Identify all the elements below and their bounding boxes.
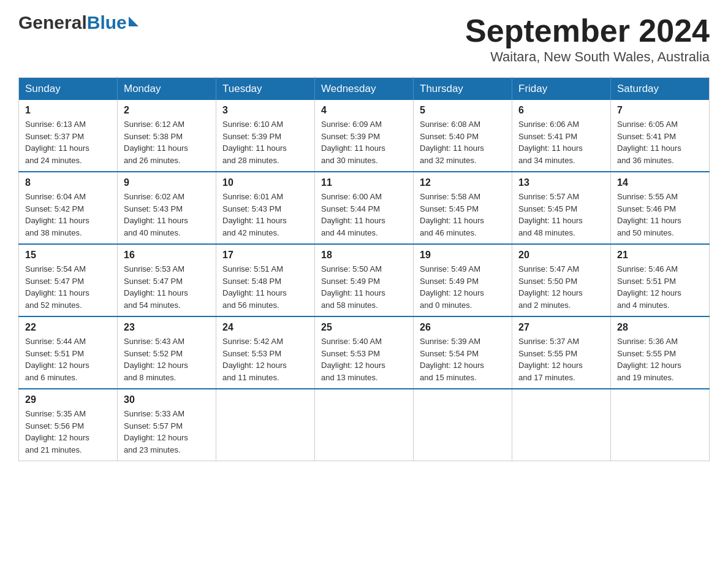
col-monday: Monday — [118, 78, 216, 101]
calendar-cell: 17Sunrise: 5:51 AMSunset: 5:48 PMDayligh… — [216, 244, 315, 316]
calendar-cell: 8Sunrise: 6:04 AMSunset: 5:42 PMDaylight… — [19, 172, 118, 244]
calendar-cell: 24Sunrise: 5:42 AMSunset: 5:53 PMDayligh… — [216, 316, 315, 389]
day-number: 4 — [321, 105, 407, 116]
day-number: 17 — [222, 250, 308, 261]
day-number: 6 — [518, 105, 604, 116]
day-number: 9 — [124, 177, 210, 188]
day-info: Sunrise: 5:57 AMSunset: 5:45 PMDaylight:… — [518, 191, 604, 239]
logo-general-text: General — [18, 12, 87, 33]
day-info: Sunrise: 5:58 AMSunset: 5:45 PMDaylight:… — [420, 191, 506, 239]
calendar-cell: 2Sunrise: 6:12 AMSunset: 5:38 PMDaylight… — [118, 100, 216, 172]
calendar-cell: 7Sunrise: 6:05 AMSunset: 5:41 PMDaylight… — [611, 100, 710, 172]
day-info: Sunrise: 5:49 AMSunset: 5:49 PMDaylight:… — [420, 263, 506, 311]
logo-blue-text: Blue — [87, 12, 127, 33]
col-friday: Friday — [512, 78, 611, 101]
calendar-week-row: 1Sunrise: 6:13 AMSunset: 5:37 PMDaylight… — [19, 100, 710, 172]
calendar-cell: 13Sunrise: 5:57 AMSunset: 5:45 PMDayligh… — [512, 172, 611, 244]
calendar-cell: 12Sunrise: 5:58 AMSunset: 5:45 PMDayligh… — [414, 172, 512, 244]
day-number: 25 — [321, 322, 407, 333]
day-number: 30 — [124, 394, 210, 405]
calendar-cell: 20Sunrise: 5:47 AMSunset: 5:50 PMDayligh… — [512, 244, 611, 316]
day-info: Sunrise: 5:53 AMSunset: 5:47 PMDaylight:… — [124, 263, 210, 311]
calendar-cell: 11Sunrise: 6:00 AMSunset: 5:44 PMDayligh… — [315, 172, 414, 244]
day-info: Sunrise: 5:44 AMSunset: 5:51 PMDaylight:… — [25, 335, 111, 383]
day-info: Sunrise: 5:42 AMSunset: 5:53 PMDaylight:… — [222, 335, 308, 383]
day-info: Sunrise: 5:37 AMSunset: 5:55 PMDaylight:… — [518, 335, 604, 383]
month-title: September 2024 — [465, 12, 710, 49]
day-number: 10 — [222, 177, 308, 188]
day-number: 13 — [518, 177, 604, 188]
calendar-table: Sunday Monday Tuesday Wednesday Thursday… — [18, 77, 710, 461]
page-header: General Blue September 2024 Waitara, New… — [18, 12, 710, 65]
day-info: Sunrise: 5:55 AMSunset: 5:46 PMDaylight:… — [617, 191, 703, 239]
calendar-cell: 21Sunrise: 5:46 AMSunset: 5:51 PMDayligh… — [611, 244, 710, 316]
calendar-week-row: 8Sunrise: 6:04 AMSunset: 5:42 PMDaylight… — [19, 172, 710, 244]
day-info: Sunrise: 6:13 AMSunset: 5:37 PMDaylight:… — [25, 118, 111, 166]
calendar-cell: 19Sunrise: 5:49 AMSunset: 5:49 PMDayligh… — [414, 244, 512, 316]
location-text: Waitara, New South Wales, Australia — [465, 49, 710, 65]
day-info: Sunrise: 6:12 AMSunset: 5:38 PMDaylight:… — [124, 118, 210, 166]
calendar-week-row: 22Sunrise: 5:44 AMSunset: 5:51 PMDayligh… — [19, 316, 710, 389]
day-number: 24 — [222, 322, 308, 333]
calendar-cell: 5Sunrise: 6:08 AMSunset: 5:40 PMDaylight… — [414, 100, 512, 172]
calendar-cell: 27Sunrise: 5:37 AMSunset: 5:55 PMDayligh… — [512, 316, 611, 389]
day-info: Sunrise: 5:47 AMSunset: 5:50 PMDaylight:… — [518, 263, 604, 311]
calendar-cell: 25Sunrise: 5:40 AMSunset: 5:53 PMDayligh… — [315, 316, 414, 389]
day-info: Sunrise: 6:04 AMSunset: 5:42 PMDaylight:… — [25, 191, 111, 239]
calendar-week-row: 15Sunrise: 5:54 AMSunset: 5:47 PMDayligh… — [19, 244, 710, 316]
calendar-cell: 18Sunrise: 5:50 AMSunset: 5:49 PMDayligh… — [315, 244, 414, 316]
day-number: 19 — [420, 250, 506, 261]
day-info: Sunrise: 6:02 AMSunset: 5:43 PMDaylight:… — [124, 191, 210, 239]
day-info: Sunrise: 5:43 AMSunset: 5:52 PMDaylight:… — [124, 335, 210, 383]
calendar-cell — [414, 389, 512, 461]
calendar-cell — [611, 389, 710, 461]
day-info: Sunrise: 6:00 AMSunset: 5:44 PMDaylight:… — [321, 191, 407, 239]
day-info: Sunrise: 6:10 AMSunset: 5:39 PMDaylight:… — [222, 118, 308, 166]
day-info: Sunrise: 5:50 AMSunset: 5:49 PMDaylight:… — [321, 263, 407, 311]
day-number: 16 — [124, 250, 210, 261]
day-number: 2 — [124, 105, 210, 116]
day-info: Sunrise: 5:35 AMSunset: 5:56 PMDaylight:… — [25, 408, 111, 456]
calendar-cell: 4Sunrise: 6:09 AMSunset: 5:39 PMDaylight… — [315, 100, 414, 172]
calendar-cell: 3Sunrise: 6:10 AMSunset: 5:39 PMDaylight… — [216, 100, 315, 172]
day-info: Sunrise: 6:01 AMSunset: 5:43 PMDaylight:… — [222, 191, 308, 239]
day-number: 26 — [420, 322, 506, 333]
calendar-cell: 14Sunrise: 5:55 AMSunset: 5:46 PMDayligh… — [611, 172, 710, 244]
day-info: Sunrise: 6:05 AMSunset: 5:41 PMDaylight:… — [617, 118, 703, 166]
day-info: Sunrise: 6:09 AMSunset: 5:39 PMDaylight:… — [321, 118, 407, 166]
calendar-cell: 22Sunrise: 5:44 AMSunset: 5:51 PMDayligh… — [19, 316, 118, 389]
day-info: Sunrise: 5:46 AMSunset: 5:51 PMDaylight:… — [617, 263, 703, 311]
calendar-cell: 23Sunrise: 5:43 AMSunset: 5:52 PMDayligh… — [118, 316, 216, 389]
col-tuesday: Tuesday — [216, 78, 315, 101]
logo-arrow-icon — [129, 17, 138, 26]
day-number: 22 — [25, 322, 111, 333]
calendar-cell: 15Sunrise: 5:54 AMSunset: 5:47 PMDayligh… — [19, 244, 118, 316]
col-wednesday: Wednesday — [315, 78, 414, 101]
day-info: Sunrise: 5:40 AMSunset: 5:53 PMDaylight:… — [321, 335, 407, 383]
day-number: 15 — [25, 250, 111, 261]
day-number: 27 — [518, 322, 604, 333]
calendar-cell: 29Sunrise: 5:35 AMSunset: 5:56 PMDayligh… — [19, 389, 118, 461]
calendar-cell: 1Sunrise: 6:13 AMSunset: 5:37 PMDaylight… — [19, 100, 118, 172]
day-info: Sunrise: 5:51 AMSunset: 5:48 PMDaylight:… — [222, 263, 308, 311]
day-info: Sunrise: 5:54 AMSunset: 5:47 PMDaylight:… — [25, 263, 111, 311]
logo: General Blue — [18, 12, 138, 33]
day-info: Sunrise: 6:08 AMSunset: 5:40 PMDaylight:… — [420, 118, 506, 166]
calendar-header-row: Sunday Monday Tuesday Wednesday Thursday… — [19, 78, 710, 101]
day-number: 23 — [124, 322, 210, 333]
col-thursday: Thursday — [414, 78, 512, 101]
calendar-cell: 16Sunrise: 5:53 AMSunset: 5:47 PMDayligh… — [118, 244, 216, 316]
calendar-cell: 10Sunrise: 6:01 AMSunset: 5:43 PMDayligh… — [216, 172, 315, 244]
calendar-week-row: 29Sunrise: 5:35 AMSunset: 5:56 PMDayligh… — [19, 389, 710, 461]
calendar-cell: 9Sunrise: 6:02 AMSunset: 5:43 PMDaylight… — [118, 172, 216, 244]
calendar-cell: 28Sunrise: 5:36 AMSunset: 5:55 PMDayligh… — [611, 316, 710, 389]
day-info: Sunrise: 5:36 AMSunset: 5:55 PMDaylight:… — [617, 335, 703, 383]
calendar-cell — [216, 389, 315, 461]
day-number: 12 — [420, 177, 506, 188]
col-saturday: Saturday — [611, 78, 710, 101]
day-number: 20 — [518, 250, 604, 261]
calendar-cell — [315, 389, 414, 461]
calendar-cell: 6Sunrise: 6:06 AMSunset: 5:41 PMDaylight… — [512, 100, 611, 172]
col-sunday: Sunday — [19, 78, 118, 101]
day-number: 29 — [25, 394, 111, 405]
